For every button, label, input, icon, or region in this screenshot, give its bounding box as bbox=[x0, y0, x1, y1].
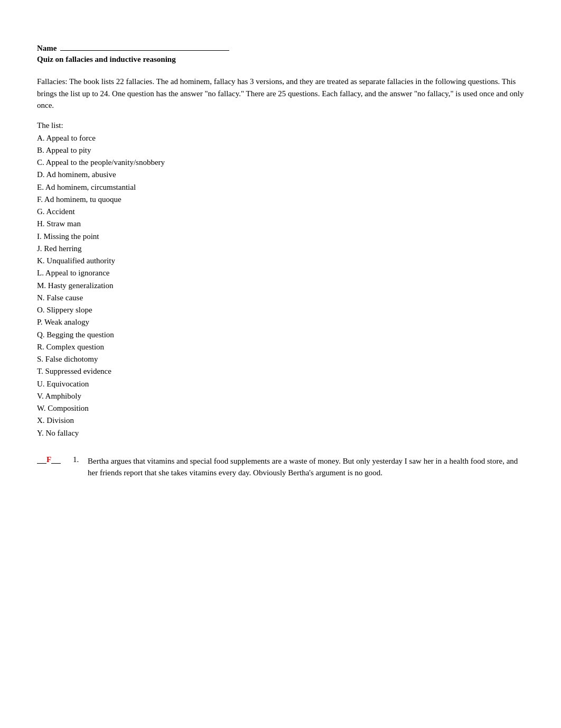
fallacy-list-item: W. Composition bbox=[37, 402, 524, 414]
fallacy-list-item: T. Suppressed evidence bbox=[37, 365, 524, 377]
intro-paragraph: Fallacies: The book lists 22 fallacies. … bbox=[37, 76, 524, 112]
questions-section: F1.Bertha argues that vitamins and speci… bbox=[37, 455, 524, 479]
fallacy-list-item: G. Accident bbox=[37, 206, 524, 218]
fallacy-list-item: Q. Begging the question bbox=[37, 329, 524, 341]
fallacy-list-item: I. Missing the point bbox=[37, 231, 524, 243]
fallacy-list-item: C. Appeal to the people/vanity/snobbery bbox=[37, 156, 524, 169]
fallacy-list-item: M. Hasty generalization bbox=[37, 280, 524, 292]
name-underline-line bbox=[60, 42, 229, 51]
fallacy-list-item: P. Weak analogy bbox=[37, 316, 524, 328]
list-header: The list: bbox=[37, 121, 524, 130]
fallacy-list-item: D. Ad hominem, abusive bbox=[37, 169, 524, 181]
fallacy-list-item: F. Ad hominem, tu quoque bbox=[37, 193, 524, 206]
fallacy-list: A. Appeal to forceB. Appeal to pityC. Ap… bbox=[37, 132, 524, 439]
fallacy-list-item: O. Slippery slope bbox=[37, 304, 524, 316]
fallacy-list-item: S. False dichotomy bbox=[37, 353, 524, 365]
fallacy-list-section: The list: A. Appeal to forceB. Appeal to… bbox=[37, 121, 524, 439]
fallacy-list-item: N. False cause bbox=[37, 292, 524, 304]
blank-suffix bbox=[51, 455, 61, 464]
question-item: F1.Bertha argues that vitamins and speci… bbox=[37, 455, 524, 479]
header-section: Name Quiz on fallacies and inductive rea… bbox=[37, 42, 524, 64]
question-number: 1. bbox=[73, 455, 83, 464]
fallacy-list-item: X. Division bbox=[37, 414, 524, 427]
fallacy-list-item: E. Ad hominem, circumstantial bbox=[37, 181, 524, 193]
fallacy-list-item: Y. No fallacy bbox=[37, 427, 524, 439]
name-label: Name bbox=[37, 44, 57, 53]
fallacy-list-item: R. Complex question bbox=[37, 341, 524, 353]
fallacy-list-item: H. Straw man bbox=[37, 218, 524, 230]
quiz-title: Quiz on fallacies and inductive reasonin… bbox=[37, 55, 524, 64]
blank-prefix bbox=[37, 455, 46, 464]
fallacy-list-item: B. Appeal to pity bbox=[37, 144, 524, 156]
fallacy-list-item: U. Equivocation bbox=[37, 378, 524, 390]
page-container: Name Quiz on fallacies and inductive rea… bbox=[0, 0, 561, 531]
fallacy-list-item: K. Unqualified authority bbox=[37, 255, 524, 267]
name-line: Name bbox=[37, 42, 524, 53]
fallacy-list-item: A. Appeal to force bbox=[37, 132, 524, 144]
answer-letter: F bbox=[46, 455, 51, 464]
fallacy-list-item: J. Red herring bbox=[37, 243, 524, 255]
fallacy-list-item: V. Amphiboly bbox=[37, 390, 524, 402]
question-text: Bertha argues that vitamins and special … bbox=[88, 455, 524, 479]
fallacy-list-item: L. Appeal to ignorance bbox=[37, 267, 524, 279]
answer-blank: F bbox=[37, 455, 69, 464]
